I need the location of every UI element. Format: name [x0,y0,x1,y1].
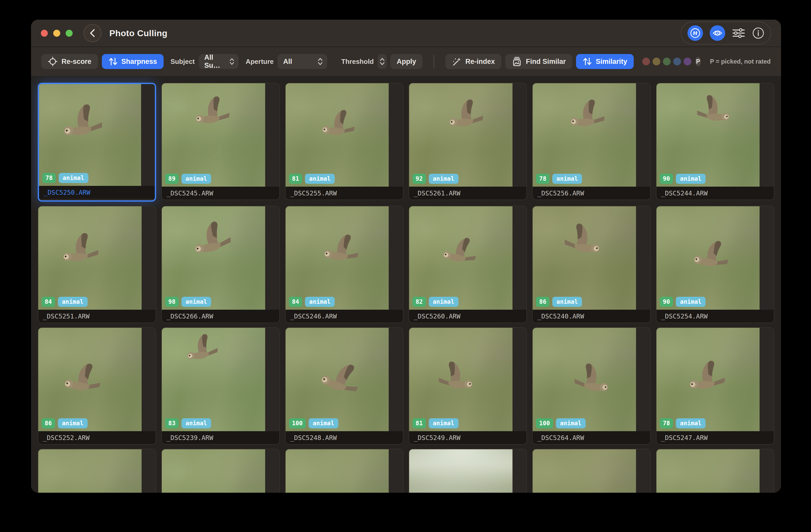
back-button[interactable] [83,24,102,42]
subject-select[interactable]: All Su… [199,54,239,69]
sort-similarity-button[interactable]: Similarity [576,54,634,69]
tag-badge: animal [58,297,88,307]
rescore-button[interactable]: Re-score [41,54,98,69]
maximize-window-button[interactable] [66,30,73,37]
photo-card[interactable]: 82 animal _DSC5260.ARW [409,206,527,323]
photo-thumbnail: 84 animal [38,206,156,310]
photo-card[interactable]: 86 animal _DSC5240.ARW [532,206,651,323]
minimize-window-button[interactable] [53,30,60,37]
photo-image [656,449,760,493]
photo-card[interactable] [38,449,156,493]
photo-card[interactable]: 89 animal _DSC5245.ARW [161,83,280,200]
photo-card[interactable]: 86 animal _DSC5252.ARW [38,327,156,445]
filename-label: _DSC5255.ARW [286,187,403,200]
rating-dot[interactable] [663,58,671,65]
info-icon [752,27,764,39]
rating-dot[interactable] [684,58,691,65]
photo-image [656,206,760,310]
apply-label: Apply [397,58,416,66]
photo-image [409,206,512,310]
bird-silhouette [53,98,114,151]
page-title: Photo Culling [109,28,167,38]
photo-card[interactable] [532,449,651,493]
eye-button[interactable] [710,25,725,41]
photo-card[interactable]: 84 animal _DSC5246.ARW [285,206,403,323]
photo-card[interactable] [409,449,527,493]
aperture-select-value: All [283,58,292,66]
info-button[interactable] [752,27,764,39]
photo-card[interactable]: 90 animal _DSC5254.ARW [656,206,774,323]
filename-label: _DSC5239.ARW [162,431,279,444]
rating-dot[interactable] [642,58,650,65]
photo-card[interactable]: 78 animal _DSC5256.ARW [532,83,651,200]
rating-dot[interactable] [653,58,660,65]
photo-card[interactable]: 84 animal _DSC5251.ARW [38,206,156,323]
score-badge: 100 [536,418,553,428]
subject-label: Subject [171,58,195,66]
photo-card[interactable]: 83 animal _DSC5239.ARW [161,327,280,445]
tag-badge: animal [181,418,211,428]
badge-row: 78 animal [42,173,88,183]
rating-dot[interactable] [673,58,681,65]
badge-row: 84 animal [289,297,335,307]
filter-sliders-button[interactable] [732,27,745,39]
photo-image [286,449,389,493]
photo-card[interactable]: 100 animal _DSC5264.ARW [532,327,651,445]
photo-card[interactable] [285,449,403,493]
bird-silhouette [178,329,228,372]
sharpness-label: Sharpness [121,58,157,66]
photo-card[interactable]: 78 animal _DSC5250.ARW [38,83,156,202]
apply-button[interactable]: Apply [390,54,423,69]
photo-thumbnail: 82 animal [409,206,526,310]
score-badge: 78 [536,174,549,184]
chevron-updown-icon [317,57,323,66]
rescore-label: Re-score [62,58,91,66]
find-similar-button[interactable]: Find Similar [505,54,572,69]
badge-row: 90 animal [660,174,706,184]
badge-row: 98 animal [165,297,211,307]
photo-image [162,206,265,310]
photo-image [533,328,636,431]
filename-label: _DSC5260.ARW [409,310,526,323]
photo-thumbnail: 78 animal [533,83,650,187]
tag-badge: animal [429,418,458,428]
sort-sharpness-button[interactable]: Sharpness [102,54,164,69]
photo-image [409,328,512,431]
photo-card[interactable]: 81 animal _DSC5249.ARW [409,327,527,445]
filename-label: _DSC5250.ARW [39,186,155,199]
close-window-button[interactable] [41,30,48,37]
photo-card[interactable]: 81 animal _DSC5255.ARW [285,83,403,200]
tag-badge: animal [305,297,335,307]
badge-row: 86 animal [42,418,88,428]
score-badge: 81 [412,418,426,428]
hash-button[interactable] [687,25,703,41]
badge-row: 90 animal [660,297,706,307]
threshold-stepper[interactable] [378,54,387,69]
bird-silhouette [429,357,481,402]
photo-image [409,83,512,187]
photo-card[interactable]: 100 animal _DSC5248.ARW [285,327,403,445]
filename-label: _DSC5247.ARW [656,431,774,444]
badge-row: 100 animal [536,418,586,428]
tag-badge: animal [552,174,582,184]
aperture-label: Aperture [246,58,273,66]
photo-card[interactable] [656,449,774,493]
score-badge: 83 [165,418,179,428]
photo-card[interactable]: 92 animal _DSC5261.ARW [409,83,527,200]
reindex-button[interactable]: Re-index [445,54,501,69]
photo-card[interactable]: 78 animal _DSC5247.ARW [656,327,774,445]
toolbar: Re-score Sharpness Subject All Su… Apert… [31,47,781,76]
score-badge: 86 [536,297,549,307]
photo-image [533,206,636,310]
photo-thumbnail: 78 animal [656,328,774,431]
photo-image [162,83,265,187]
subject-select-value: All Su… [204,54,229,70]
aperture-select[interactable]: All [278,54,327,69]
photo-card[interactable]: 90 animal _DSC5244.ARW [656,83,774,200]
photo-thumbnail: 92 animal [409,83,526,187]
photo-card[interactable]: 98 animal _DSC5266.ARW [161,206,280,323]
score-badge: 84 [42,297,55,307]
photo-card[interactable] [161,449,280,493]
chevron-updown-icon [229,57,234,66]
photo-thumbnail: 81 animal [409,328,526,431]
